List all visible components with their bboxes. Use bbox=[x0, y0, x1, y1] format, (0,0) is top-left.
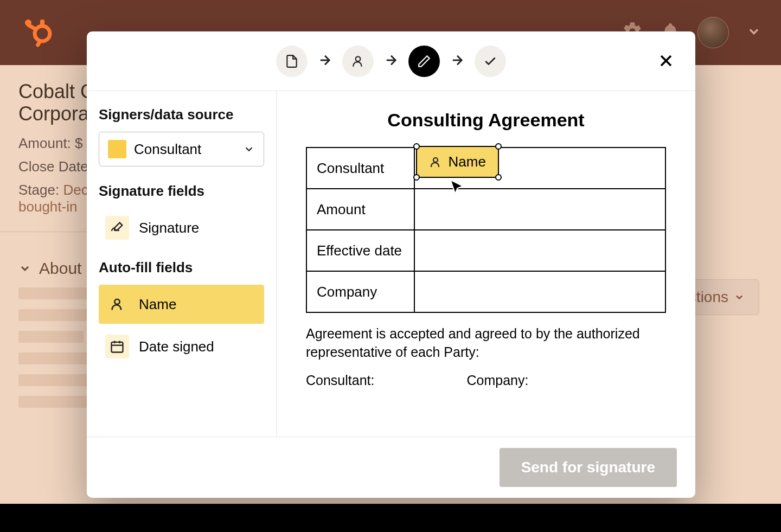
person-icon bbox=[429, 156, 442, 169]
resize-handle[interactable] bbox=[413, 143, 420, 150]
esignature-modal: Signers/data source Consultant Signature… bbox=[87, 31, 695, 498]
arrow-icon bbox=[450, 53, 465, 70]
field-label: Name bbox=[139, 296, 176, 313]
row-consultant-label: Consultant bbox=[306, 148, 414, 189]
field-label: Signature bbox=[139, 220, 199, 236]
svg-rect-2 bbox=[40, 20, 44, 26]
signature-fields-heading: Signature fields bbox=[99, 183, 264, 200]
signer-color-swatch bbox=[108, 140, 126, 158]
skeleton-line bbox=[18, 331, 84, 343]
placed-name-field[interactable]: Name bbox=[416, 146, 499, 178]
field-date-signed[interactable]: Date signed bbox=[99, 327, 264, 366]
modal-header bbox=[87, 31, 695, 91]
arrow-icon bbox=[383, 53, 399, 70]
signatory-company: Company: bbox=[466, 373, 528, 388]
bottom-black-bar bbox=[0, 504, 781, 532]
field-label: Date signed bbox=[139, 338, 214, 355]
svg-rect-3 bbox=[27, 23, 37, 31]
row-effective-date-value[interactable] bbox=[414, 230, 665, 271]
signatory-consultant: Consultant: bbox=[306, 373, 374, 388]
resize-handle[interactable] bbox=[495, 174, 502, 181]
signer-select[interactable]: Consultant bbox=[99, 132, 264, 166]
fields-sidebar: Signers/data source Consultant Signature… bbox=[87, 91, 277, 437]
resize-handle[interactable] bbox=[413, 174, 420, 181]
signers-heading: Signers/data source bbox=[99, 106, 264, 123]
agreement-clause: Agreement is accepted and agreed to by t… bbox=[306, 325, 666, 362]
row-company-value[interactable] bbox=[414, 271, 665, 312]
calendar-icon bbox=[105, 335, 129, 358]
svg-rect-12 bbox=[112, 342, 123, 352]
modal-footer: Send for signature bbox=[87, 437, 695, 498]
close-icon[interactable] bbox=[656, 51, 676, 73]
svg-point-16 bbox=[433, 158, 438, 162]
svg-point-11 bbox=[114, 299, 119, 304]
document-canvas[interactable]: Consulting Agreement Consultant Name bbox=[277, 91, 695, 437]
autofill-fields-heading: Auto-fill fields bbox=[99, 259, 264, 276]
avatar[interactable] bbox=[697, 17, 729, 48]
field-name[interactable]: Name bbox=[99, 285, 264, 324]
document-title: Consulting Agreement bbox=[306, 110, 666, 131]
resize-handle[interactable] bbox=[495, 143, 502, 150]
placed-field-label: Name bbox=[449, 153, 486, 170]
step-document[interactable] bbox=[276, 46, 308, 77]
send-for-signature-button[interactable]: Send for signature bbox=[500, 448, 677, 487]
row-company-label: Company bbox=[306, 271, 414, 312]
row-consultant-value[interactable]: Name bbox=[414, 148, 665, 189]
svg-point-6 bbox=[356, 56, 361, 61]
signer-select-label: Consultant bbox=[134, 141, 201, 158]
row-effective-date-label: Effective date bbox=[306, 230, 414, 271]
svg-point-1 bbox=[35, 26, 50, 41]
step-signers[interactable] bbox=[342, 46, 374, 77]
agreement-table: Consultant Name bbox=[306, 147, 666, 313]
hubspot-logo-icon bbox=[20, 15, 54, 50]
person-icon bbox=[105, 292, 129, 316]
step-confirm[interactable] bbox=[475, 46, 506, 77]
chevron-down-icon[interactable] bbox=[746, 24, 761, 41]
step-edit[interactable] bbox=[408, 46, 440, 77]
signature-icon bbox=[105, 216, 129, 240]
field-signature[interactable]: Signature bbox=[99, 208, 264, 247]
row-amount-value[interactable] bbox=[414, 189, 665, 230]
stepper bbox=[276, 46, 506, 77]
arrow-icon bbox=[317, 53, 332, 70]
row-amount-label: Amount bbox=[306, 189, 414, 230]
